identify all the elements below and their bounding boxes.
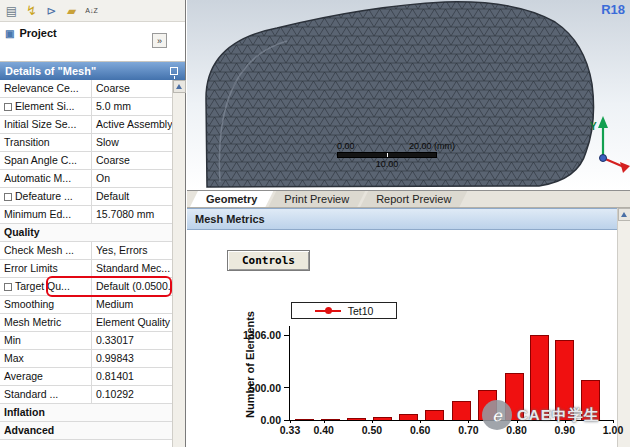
row-value[interactable]: 5.0 mm [92, 98, 172, 115]
histogram-bar[interactable] [373, 417, 392, 420]
parameter-checkbox[interactable] [4, 103, 12, 111]
row-value[interactable]: Coarse [92, 152, 172, 169]
row-value[interactable]: 15.7080 mm [92, 206, 172, 223]
details-row[interactable]: Span Angle C...Coarse [0, 152, 172, 170]
graphics-viewport[interactable]: R18 0.00 20.00 (mm) 10.00 Y [187, 0, 630, 190]
histogram-bar[interactable] [399, 414, 418, 420]
y-tick-label: 500.00 [249, 382, 281, 394]
x-tick-label: 0.33 [280, 424, 300, 436]
worksheet-icon[interactable]: ▤ [3, 2, 20, 19]
legend-line-icon [315, 310, 341, 312]
left-panel: ▤↯⊳▰A↓Z ▣ Project » Details of "Mesh" Re… [0, 0, 186, 447]
x-tick-label: 0.40 [314, 424, 334, 436]
x-tick-label: 0.80 [506, 424, 526, 436]
row-value[interactable]: 0.81401 [92, 368, 172, 385]
details-row[interactable]: Error LimitsStandard Mec... [0, 260, 172, 278]
details-row[interactable]: Automatic M...On [0, 170, 172, 188]
row-value[interactable]: Default (0.0500... [92, 278, 172, 295]
details-row[interactable]: Relevance Ce...Coarse [0, 80, 172, 98]
x-tick-mark [613, 420, 614, 423]
row-value[interactable]: Yes, Errors [92, 242, 172, 259]
row-label-text: Min [4, 332, 21, 349]
x-tick-mark [517, 420, 518, 423]
histogram-bar[interactable] [555, 340, 574, 420]
bottom-scrollbar[interactable] [617, 208, 630, 447]
legend-series-label: Tet10 [348, 305, 374, 317]
details-scrollbar[interactable] [172, 80, 185, 447]
show-errors-icon[interactable]: ⊳ [43, 2, 60, 19]
expand-button[interactable]: » [152, 33, 167, 48]
parameter-checkbox[interactable] [4, 283, 12, 291]
details-row[interactable]: SmoothingMedium [0, 296, 172, 314]
details-row[interactable]: Target Qu...Default (0.0500... [0, 278, 172, 296]
row-value[interactable]: Standard Mec... [92, 260, 172, 277]
histogram-bar[interactable] [478, 390, 497, 420]
details-row[interactable]: Defeature ...Default [0, 188, 172, 206]
details-row[interactable]: TransitionSlow [0, 134, 172, 152]
y-tick-mark [284, 335, 290, 336]
histogram-bar[interactable] [530, 335, 549, 420]
details-row[interactable]: Max0.99843 [0, 350, 172, 368]
row-label: Relevance Ce... [0, 80, 92, 97]
tab-print-preview[interactable]: Print Preview [268, 191, 365, 207]
scale-ruler: 0.00 20.00 (mm) 10.00 [337, 141, 437, 169]
details-section-row[interactable]: Advanced [0, 422, 172, 440]
x-tick-mark [290, 420, 291, 423]
orientation-triad[interactable]: Y [586, 112, 630, 176]
row-value[interactable]: Element Quality [92, 314, 172, 331]
row-value[interactable]: Slow [92, 134, 172, 151]
row-value[interactable]: Default [92, 188, 172, 205]
details-row[interactable]: Mesh MetricElement Quality [0, 314, 172, 332]
details-row[interactable]: Check Mesh ...Yes, Errors [0, 242, 172, 260]
row-label: Automatic M... [0, 170, 92, 187]
details-row[interactable]: Min0.33017 [0, 332, 172, 350]
row-label: Initial Size Se... [0, 116, 92, 133]
row-label: Error Limits [0, 260, 92, 277]
row-value[interactable]: 0.99843 [92, 350, 172, 367]
details-row[interactable]: Element Si...5.0 mm [0, 98, 172, 116]
histogram-bar[interactable] [425, 410, 444, 420]
details-section-row[interactable]: Quality [0, 224, 172, 242]
histogram-bar[interactable] [505, 373, 524, 420]
row-label: Smoothing [0, 296, 92, 313]
y-axis-label: Y [590, 121, 597, 132]
row-label-text: Target Qu... [15, 278, 70, 295]
row-value[interactable]: Coarse [92, 80, 172, 97]
y-tick-label: 1306.00 [243, 329, 281, 341]
histogram-bar[interactable] [347, 418, 366, 420]
details-section-row[interactable]: Inflation [0, 404, 172, 422]
histogram-plot-area[interactable]: 0.330.400.500.600.700.800.901.00 [289, 326, 613, 421]
details-row[interactable]: Initial Size Se...Active Assembly [0, 116, 172, 134]
details-row[interactable]: Standard ...0.10292 [0, 386, 172, 404]
histogram-bar[interactable] [581, 380, 600, 420]
tab-geometry[interactable]: Geometry [190, 191, 273, 207]
x-tick-label: 0.60 [410, 424, 430, 436]
row-label-text: Minimum Ed... [4, 206, 71, 223]
row-label: Quality [0, 224, 172, 241]
row-value[interactable]: Active Assembly [92, 116, 172, 133]
tab-report-preview[interactable]: Report Preview [360, 191, 467, 207]
histogram-bar[interactable] [295, 419, 314, 420]
scroll-up-button[interactable] [618, 208, 630, 221]
x-tick-label: 0.90 [555, 424, 575, 436]
row-value[interactable]: 0.33017 [92, 332, 172, 349]
histogram-bar[interactable] [452, 401, 471, 420]
scroll-up-button[interactable] [173, 80, 186, 93]
details-row[interactable]: Average0.81401 [0, 368, 172, 386]
row-value[interactable]: 0.10292 [92, 386, 172, 403]
details-body: Relevance Ce...CoarseElement Si...5.0 mm… [0, 80, 185, 447]
folder-icon[interactable]: ▰ [63, 2, 80, 19]
row-label-text: Smoothing [4, 296, 54, 313]
parameter-checkbox[interactable] [4, 193, 12, 201]
row-label-text: Standard ... [4, 386, 58, 403]
controls-button[interactable]: Controls [227, 250, 310, 271]
solve-lightning-icon[interactable]: ↯ [23, 2, 40, 19]
row-value[interactable]: On [92, 170, 172, 187]
row-value[interactable]: Medium [92, 296, 172, 313]
x-tick-mark [372, 420, 373, 423]
pin-icon[interactable] [170, 67, 178, 75]
y-axis-tick-labels: 0.00500.001306.00 [231, 326, 285, 421]
row-label-text: Mesh Metric [4, 314, 61, 331]
details-row[interactable]: Minimum Ed...15.7080 mm [0, 206, 172, 224]
az-sort-icon[interactable]: A↓Z [83, 2, 100, 19]
